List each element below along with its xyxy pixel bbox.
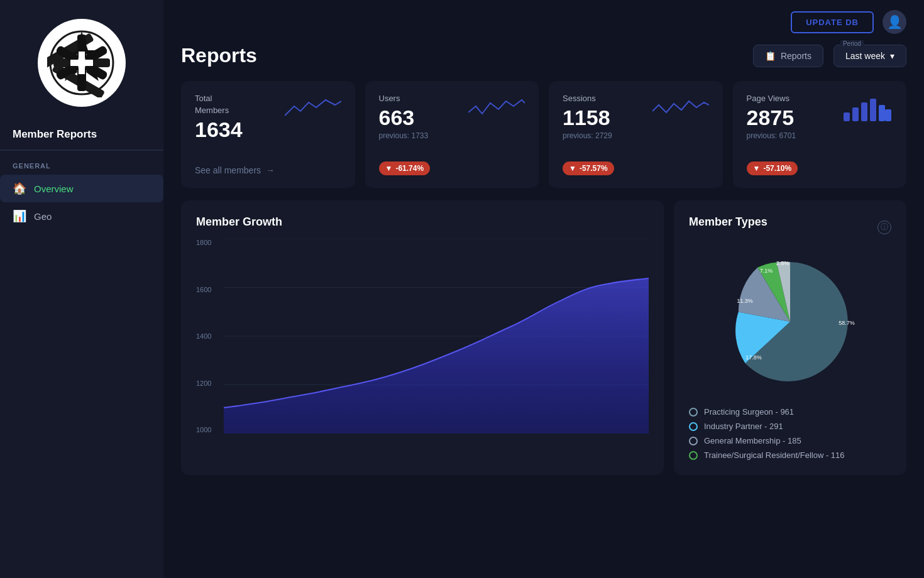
stat-label-users: Users <box>379 94 429 103</box>
stat-sparkline-sessions <box>612 94 709 122</box>
stat-card-top: Total Members 1634 <box>195 94 341 155</box>
legend-dot-industry <box>689 422 698 431</box>
legend-label-general: General Membership - 185 <box>704 436 801 445</box>
stat-card-sessions: Sessions 1158 previous: 2729 ▼ -57.57% <box>549 81 723 188</box>
avatar-button[interactable]: 👤 <box>883 10 906 34</box>
content-area: Reports 📋 Reports Period Last week ▾ <box>163 44 924 493</box>
update-db-button[interactable]: UPDATE DB <box>791 11 874 33</box>
member-types-card: Member Types ⓘ <box>674 200 906 475</box>
sidebar-item-overview-label: Overview <box>34 183 74 194</box>
period-label: Period <box>840 40 864 47</box>
period-value: Last week <box>845 51 885 61</box>
stat-value-pageviews: 2875 <box>747 106 796 130</box>
reports-button[interactable]: 📋 Reports <box>753 45 823 67</box>
stat-card-bottom-pageviews: ▼ -57.10% <box>747 161 893 175</box>
down-arrow-icon-sessions: ▼ <box>569 164 576 173</box>
growth-chart-area: 1800 1600 1400 1200 1000 <box>196 239 649 452</box>
stat-sparkline-total <box>243 94 341 122</box>
chart-svg-container <box>224 239 649 434</box>
sidebar-item-geo-label: Geo <box>34 211 52 222</box>
legend-item-general: General Membership - 185 <box>689 436 891 445</box>
pie-label-113: 11.3% <box>737 298 753 304</box>
stats-row: Total Members 1634 See all members → <box>181 81 906 188</box>
svg-point-14 <box>80 52 84 55</box>
legend-label-industry: Industry Partner - 291 <box>704 422 783 431</box>
legend-item-surgeon: Practicing Surgeon - 961 <box>689 407 891 417</box>
avatar-icon: 👤 <box>887 14 903 30</box>
stat-sparkline-users <box>428 94 525 122</box>
header-right: 📋 Reports Period Last week ▾ <box>753 45 906 67</box>
stat-value-total: 1634 <box>195 117 243 142</box>
pie-label-71: 7.1% <box>760 268 773 274</box>
legend-label-trainee: Trainee/Surgical Resident/Fellow - 116 <box>704 450 845 460</box>
stat-value-sessions: 1158 <box>563 106 612 130</box>
stat-card-top-users: Users 663 previous: 1733 <box>379 94 525 156</box>
logo-area <box>0 0 163 119</box>
stat-labels-sessions: Sessions 1158 previous: 2729 <box>563 94 612 140</box>
period-select[interactable]: Period Last week ▾ <box>833 45 906 67</box>
pie-chart-svg: 58.7% 17.8% 11.3% 7.1% 2.8% <box>721 253 859 391</box>
member-growth-card: Member Growth 1800 1600 1400 1200 1000 <box>181 200 664 475</box>
svg-rect-18 <box>870 99 876 121</box>
logo-circle <box>38 19 126 107</box>
home-icon: 🏠 <box>13 182 26 195</box>
sidebar-brand-label: Member Reports <box>0 119 163 150</box>
chevron-down-icon: ▾ <box>890 51 894 61</box>
page-header: Reports 📋 Reports Period Last week ▾ <box>181 44 906 67</box>
stat-change-badge-sessions: ▼ -57.57% <box>563 161 614 175</box>
svg-rect-15 <box>844 112 850 121</box>
pie-chart-area: 58.7% 17.8% 11.3% 7.1% 2.8% <box>689 246 891 397</box>
sidebar-item-geo[interactable]: 📊 Geo <box>0 202 163 230</box>
stat-card-users: Users 663 previous: 1733 ▼ -61.74% <box>365 81 539 188</box>
bar-chart-icon: 📊 <box>13 209 26 223</box>
topbar: UPDATE DB 👤 <box>163 0 924 44</box>
legend-item-trainee: Trainee/Surgical Resident/Fellow - 116 <box>689 450 891 460</box>
legend-dot-surgeon <box>689 408 698 417</box>
pie-label-587: 58.7% <box>839 320 855 326</box>
y-label-1800: 1800 <box>196 239 211 246</box>
stat-change-badge-pageviews: ▼ -57.10% <box>747 161 798 175</box>
stat-card-bottom-sessions: ▼ -57.57% <box>563 161 709 175</box>
stat-change-value-pageviews: -57.10% <box>763 164 791 173</box>
main-content: UPDATE DB 👤 Reports 📋 Reports Period Las… <box>163 0 924 578</box>
svg-rect-20 <box>885 109 891 121</box>
member-types-title: Member Types <box>689 215 767 229</box>
logo-icon <box>47 28 116 97</box>
stat-card-bottom-total: See all members → <box>195 160 341 175</box>
stat-change-value-users: -61.74% <box>395 164 424 173</box>
growth-chart-svg <box>224 239 649 434</box>
legend-dot-general <box>689 437 698 445</box>
y-axis-labels: 1800 1600 1400 1200 1000 <box>196 239 216 434</box>
sidebar-item-overview[interactable]: 🏠 Overview <box>0 175 163 202</box>
see-all-members-link[interactable]: See all members → <box>195 165 275 175</box>
stat-previous-users: previous: 1733 <box>379 131 429 140</box>
stat-card-top-pageviews: Page Views 2875 previous: 6701 <box>747 94 893 156</box>
svg-rect-19 <box>879 105 885 121</box>
sidebar: Member Reports GENERAL 🏠 Overview 📊 Geo <box>0 0 163 578</box>
down-arrow-icon: ▼ <box>385 164 393 173</box>
y-label-1200: 1200 <box>196 379 211 387</box>
stat-card-total-members: Total Members 1634 See all members → <box>181 81 355 188</box>
stat-change-value-sessions: -57.57% <box>580 164 608 173</box>
charts-row: Member Growth 1800 1600 1400 1200 1000 <box>181 200 906 475</box>
stat-card-bottom-users: ▼ -61.74% <box>379 161 525 175</box>
stat-label-pageviews: Page Views <box>747 94 796 103</box>
stat-change-badge-users: ▼ -61.74% <box>379 161 431 175</box>
stat-labels-pageviews: Page Views 2875 previous: 6701 <box>747 94 796 140</box>
stat-value-users: 663 <box>379 106 429 130</box>
arrow-right-icon: → <box>266 165 275 175</box>
stat-labels: Total Members 1634 <box>195 94 243 143</box>
pie-label-178: 17.8% <box>745 354 762 361</box>
stat-sparkline-pageviews <box>796 94 893 122</box>
pie-label-28: 2.8% <box>776 260 789 266</box>
stat-previous-sessions: previous: 2729 <box>563 131 612 140</box>
y-label-1000: 1000 <box>196 426 211 434</box>
stat-card-top-sessions: Sessions 1158 previous: 2729 <box>563 94 709 156</box>
info-icon[interactable]: ⓘ <box>877 221 891 234</box>
legend-item-industry: Industry Partner - 291 <box>689 422 891 431</box>
legend-list: Practicing Surgeon - 961 Industry Partne… <box>689 407 891 460</box>
stat-label-1: Total <box>195 94 243 103</box>
sidebar-section-general: GENERAL <box>0 151 163 175</box>
reports-button-label: Reports <box>781 51 811 61</box>
svg-rect-12 <box>70 60 93 66</box>
